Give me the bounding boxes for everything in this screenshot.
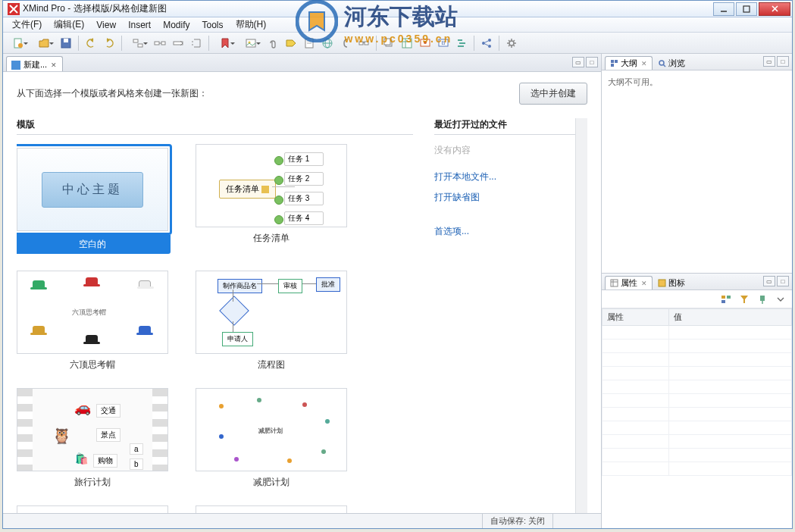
template-label: 旅行计划	[74, 476, 111, 489]
preferences-link[interactable]: 首选项...	[434, 225, 575, 238]
new-doc-icon	[11, 61, 20, 70]
template-label: 减肥计划	[253, 476, 290, 489]
svg-line-45	[663, 64, 665, 67]
open-local-link[interactable]: 打开本地文件...	[434, 171, 575, 183]
maximize-panel-button[interactable]: □	[777, 276, 789, 286]
close-icon[interactable]: ✕	[641, 60, 647, 67]
blank-center-topic: 中心主题	[42, 172, 143, 208]
open-default-link[interactable]: 打开缺省图	[434, 191, 575, 204]
menu-view[interactable]: View	[90, 18, 122, 32]
share-button[interactable]	[478, 35, 495, 52]
image-button[interactable]	[239, 35, 263, 52]
svg-rect-22	[365, 42, 368, 45]
tab-properties[interactable]: 属性 ✕	[605, 276, 653, 289]
outline-tabstrip: 大纲 ✕ 浏览 ▭ □	[602, 54, 792, 70]
marker-button[interactable]	[213, 35, 237, 52]
link-topic-button[interactable]	[355, 35, 372, 52]
svg-rect-52	[721, 300, 725, 303]
properties-table: 属性值	[602, 308, 792, 476]
template-six-hats[interactable]: 六顶思考帽 六顶思考帽	[17, 271, 168, 371]
new-file-button[interactable]	[6, 35, 30, 52]
minimize-button[interactable]	[713, 2, 734, 16]
summary-button[interactable]	[337, 35, 354, 52]
close-icon[interactable]: ✕	[641, 280, 647, 287]
instruction-text: 从下面选择一个模版或者风格来创建一张新图：	[17, 87, 519, 100]
template-trip-plan[interactable]: 🚗 🦉 🛍️ 交通 景点 购物 a b 旅行计划	[17, 388, 168, 489]
templates-section-title: 模版	[17, 118, 413, 135]
redo-button[interactable]	[101, 35, 117, 52]
maximize-button[interactable]	[736, 2, 757, 16]
tab-browse[interactable]: 浏览	[653, 56, 690, 70]
attachment-button[interactable]	[264, 35, 281, 52]
minimize-panel-button[interactable]: ▭	[572, 57, 584, 67]
svg-rect-49	[659, 280, 665, 286]
autosave-status: 自动保存: 关闭	[482, 514, 552, 528]
template-more-1[interactable]	[17, 505, 168, 513]
close-button[interactable]	[759, 2, 790, 16]
recent-empty-text: 没有内容	[434, 144, 575, 157]
tab-outline[interactable]: 大纲 ✕	[605, 56, 653, 70]
template-diet-plan[interactable]: 减肥计划 减肥计划	[196, 388, 347, 489]
svg-rect-41	[611, 60, 614, 63]
menu-modify[interactable]: Modify	[157, 18, 196, 32]
bag-icon: 🛍️	[75, 452, 88, 465]
presentation-button[interactable]	[417, 35, 433, 52]
template-task-list[interactable]: 任务清单 任务 1 任务 2 任务 3 任务 4 任务清单	[196, 144, 347, 254]
tab-close-icon[interactable]: ✕	[50, 61, 58, 69]
template-more-2[interactable]	[196, 505, 347, 513]
minimize-panel-button[interactable]: ▭	[763, 56, 775, 67]
vertical-scrollbar[interactable]	[575, 118, 587, 513]
maximize-panel-button[interactable]: □	[586, 57, 598, 67]
svg-rect-21	[359, 42, 363, 45]
titlebar[interactable]: XMind Pro - 选择模版/风格创建新图	[3, 1, 792, 17]
create-button[interactable]: 选中并创建	[519, 83, 587, 105]
menubar: 文件(F) 编辑(E) View Insert Modify Tools 帮助(…	[3, 17, 792, 33]
insert-relationship-button[interactable]	[170, 35, 186, 52]
svg-point-36	[488, 39, 491, 42]
outline-body: 大纲不可用。	[602, 70, 792, 273]
svg-rect-13	[246, 39, 255, 47]
label-button[interactable]	[283, 35, 299, 52]
hyperlink-button[interactable]	[319, 35, 336, 52]
minimize-panel-button[interactable]: ▭	[763, 276, 775, 286]
menu-tools[interactable]: Tools	[196, 18, 229, 32]
menu-file[interactable]: 文件(F)	[6, 17, 48, 33]
template-blank[interactable]: 中心主题 空白的	[17, 144, 168, 254]
note-button[interactable]	[301, 35, 318, 52]
toolbar: B	[3, 33, 792, 54]
pin-button[interactable]	[756, 293, 769, 306]
svg-text:B: B	[441, 39, 445, 46]
brainstorm-button[interactable]: B	[435, 35, 452, 52]
menu-help[interactable]: 帮助(H)	[230, 17, 273, 33]
new-workbook-panel: 从下面选择一个模版或者风格来创建一张新图： 选中并创建 模版 中心主题 空白的	[3, 72, 601, 513]
svg-rect-25	[402, 39, 412, 48]
svg-rect-24	[384, 39, 390, 45]
drill-down-button[interactable]	[380, 35, 397, 52]
insert-topic-button[interactable]	[126, 35, 150, 52]
undo-button[interactable]	[83, 35, 99, 52]
window-title: XMind Pro - 选择模版/风格创建新图	[23, 2, 167, 15]
value-column: 值	[668, 309, 792, 326]
insert-boundary-button[interactable]	[188, 35, 205, 52]
sheet-button[interactable]	[399, 35, 415, 52]
tab-label: 新建...	[23, 59, 47, 70]
gantt-button[interactable]	[453, 35, 470, 52]
tab-icons[interactable]: 图标	[653, 276, 690, 289]
open-file-button[interactable]	[32, 35, 56, 52]
svg-rect-10	[161, 42, 165, 45]
categories-button[interactable]	[719, 293, 733, 306]
menu-edit[interactable]: 编辑(E)	[48, 17, 90, 33]
template-label: 任务清单	[253, 232, 290, 245]
menu-insert[interactable]: Insert	[122, 18, 157, 32]
properties-toolbar	[602, 290, 792, 308]
task-main: 任务清单	[219, 180, 276, 199]
insert-subtopic-button[interactable]	[152, 35, 168, 52]
property-column: 属性	[603, 309, 669, 326]
tab-new[interactable]: 新建... ✕	[6, 56, 63, 71]
filter-button[interactable]	[737, 293, 751, 306]
template-flowchart[interactable]: 制作商品名 审核 批准 申请人 流程	[196, 271, 347, 371]
maximize-panel-button[interactable]: □	[777, 56, 789, 67]
menu-button[interactable]	[774, 293, 787, 306]
preferences-button[interactable]	[503, 35, 520, 52]
save-button[interactable]	[58, 35, 74, 52]
